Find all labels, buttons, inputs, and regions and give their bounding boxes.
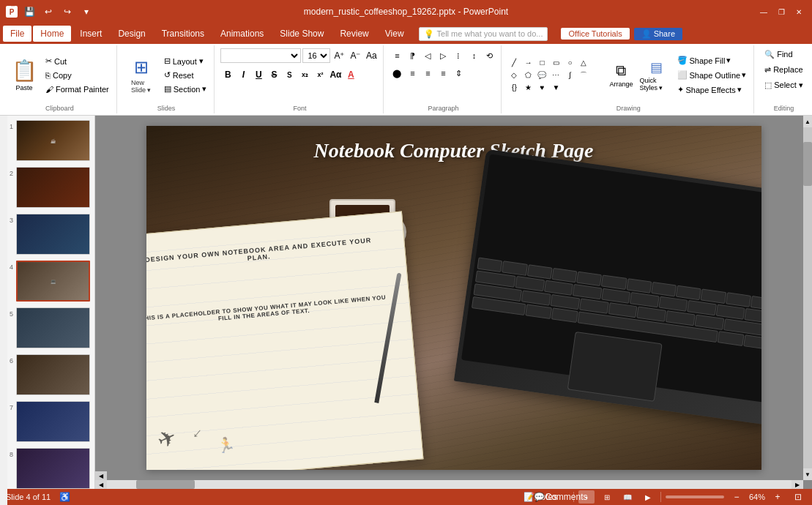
numbered-list-button[interactable]: ⁋ xyxy=(405,48,420,63)
fit-slide-button[interactable]: ⊡ xyxy=(790,490,806,504)
v-scroll-down-arrow[interactable]: ▼ xyxy=(803,468,812,480)
shape-oval[interactable]: ○ xyxy=(563,57,576,69)
subscript-button[interactable]: x₂ xyxy=(297,67,312,82)
v-scroll-up-arrow[interactable]: ▲ xyxy=(803,116,812,127)
decrease-indent-button[interactable]: ◁ xyxy=(420,48,435,63)
shape-rect[interactable]: □ xyxy=(535,57,548,69)
customize-qat-button[interactable]: ▾ xyxy=(79,4,94,19)
accessibility-button[interactable]: ♿ xyxy=(56,490,72,504)
share-button[interactable]: 👤 Share xyxy=(634,28,682,40)
decrease-font-button[interactable]: A⁻ xyxy=(348,48,362,63)
align-right-button[interactable]: ≡ xyxy=(420,66,435,81)
slide-thumb-1[interactable]: 1 ☕ ★ xyxy=(3,119,92,162)
restore-button[interactable]: ❐ xyxy=(774,4,789,19)
menu-item-insert[interactable]: Insert xyxy=(72,26,109,42)
shape-fill-button[interactable]: 🪣 Shape Fill ▾ xyxy=(674,54,749,67)
shape-star[interactable]: ★ xyxy=(521,82,534,94)
find-button[interactable]: 🔍 Find xyxy=(760,47,808,61)
justify-button[interactable]: ≡ xyxy=(436,66,450,81)
italic-button[interactable]: I xyxy=(236,67,250,82)
slideshow-button[interactable]: ▶ xyxy=(640,490,656,504)
shape-line[interactable]: ╱ xyxy=(507,57,521,69)
slide-thumb-4[interactable]: 4 💻 xyxy=(3,259,92,303)
layout-button[interactable]: ⊟ Layout ▾ xyxy=(161,55,210,68)
menu-item-design[interactable]: Design xyxy=(111,26,152,42)
shape-callout[interactable]: 💬 xyxy=(535,70,548,81)
slide-thumb-5[interactable]: 5 xyxy=(3,306,92,350)
section-button[interactable]: ▤ Section ▾ xyxy=(161,83,210,96)
font-color-button[interactable]: A xyxy=(343,67,358,82)
shape-outline-button[interactable]: ⬜ Shape Outline ▾ xyxy=(674,69,749,82)
tell-me-bar[interactable]: 💡 Tell me what you want to do... xyxy=(419,27,548,41)
font-name-select[interactable] xyxy=(220,48,301,63)
menu-item-file[interactable]: File xyxy=(3,26,31,42)
menu-item-slideshow[interactable]: Slide Show xyxy=(272,26,331,42)
normal-view-button[interactable]: ▪ xyxy=(578,490,595,504)
bullet-list-button[interactable]: ≡ xyxy=(390,48,404,63)
shape-pentagon[interactable]: ⬠ xyxy=(521,70,534,81)
menu-item-review[interactable]: Review xyxy=(332,26,376,42)
slide-thumb-6[interactable]: 6 xyxy=(3,353,92,397)
zoom-in-button[interactable]: + xyxy=(770,490,786,504)
menu-item-animations[interactable]: Animations xyxy=(213,26,271,42)
shape-effects-button[interactable]: ✦ Shape Effects ▾ xyxy=(674,83,749,97)
line-spacing-button[interactable]: ⇕ xyxy=(451,66,466,81)
shape-heart[interactable]: ♥ xyxy=(535,82,548,94)
slide-thumb-3[interactable]: 3 xyxy=(3,212,92,256)
change-case-button[interactable]: Aα xyxy=(328,67,343,82)
shapes-expand[interactable]: ▼ xyxy=(549,82,562,94)
slide-thumb-8[interactable]: 8 xyxy=(3,446,92,489)
smartart-button[interactable]: ⟲ xyxy=(482,48,496,63)
reading-view-button[interactable]: 📖 xyxy=(619,490,636,504)
cut-button[interactable]: ✂ Cut xyxy=(42,55,112,68)
font-size-select[interactable]: 16 xyxy=(302,48,330,63)
shape-arrow[interactable]: → xyxy=(521,57,534,69)
slide-sorter-button[interactable]: ⊞ xyxy=(599,490,615,504)
shape-rounded-rect[interactable]: ▭ xyxy=(549,57,562,69)
close-button[interactable]: ✕ xyxy=(791,4,806,19)
shape-bracket[interactable]: {} xyxy=(507,82,521,94)
office-tutorials-button[interactable]: Office Tutorials xyxy=(561,28,629,40)
underline-button[interactable]: U xyxy=(251,67,266,82)
bold-button[interactable]: B xyxy=(220,67,235,82)
h-scroll-thumb[interactable] xyxy=(136,480,195,489)
shape-curve[interactable]: ∫ xyxy=(563,70,576,81)
text-shadow-button[interactable]: S xyxy=(282,67,297,82)
text-direction-button[interactable]: ↕ xyxy=(466,48,481,63)
arrange-button[interactable]: ⧉ Arrange xyxy=(604,54,638,97)
quick-styles-button[interactable]: ▤ Quick Styles ▾ xyxy=(639,54,673,97)
save-qat-button[interactable]: 💾 xyxy=(22,4,37,19)
clear-formatting-button[interactable]: Aa xyxy=(364,48,379,63)
superscript-button[interactable]: x² xyxy=(313,67,327,82)
align-center-button[interactable]: ≡ xyxy=(405,66,420,81)
paste-button[interactable]: 📋 Paste xyxy=(7,54,41,97)
h-scroll-right[interactable]: ▶ xyxy=(791,480,803,489)
format-painter-button[interactable]: 🖌 Format Painter xyxy=(42,83,112,96)
shape-triangle[interactable]: △ xyxy=(577,57,590,69)
increase-indent-button[interactable]: ▷ xyxy=(436,48,450,63)
undo-qat-button[interactable]: ↩ xyxy=(41,4,56,19)
zoom-slider[interactable] xyxy=(666,495,724,498)
copy-button[interactable]: ⎘ Copy xyxy=(42,69,112,82)
increase-font-button[interactable]: A⁺ xyxy=(332,48,346,63)
shape-diamond[interactable]: ◇ xyxy=(507,70,521,81)
new-slide-button[interactable]: ⊞ NewSlide ▾ xyxy=(123,54,160,97)
menu-item-transitions[interactable]: Transitions xyxy=(154,26,212,42)
select-button[interactable]: ⬚ Select ▾ xyxy=(760,78,808,92)
menu-item-home[interactable]: Home xyxy=(33,26,71,42)
slide-thumb-7[interactable]: 7 xyxy=(3,400,92,444)
comments-button[interactable]: 💬 Comments xyxy=(553,490,569,504)
replace-button[interactable]: ⇌ Replace xyxy=(760,62,808,77)
h-scroll-left-arrow[interactable]: ◀ xyxy=(95,471,107,480)
shape-arc[interactable]: ⌒ xyxy=(577,70,590,81)
zoom-out-button[interactable]: − xyxy=(729,490,745,504)
strikethrough-button[interactable]: S xyxy=(267,67,281,82)
reset-button[interactable]: ↺ Reset xyxy=(161,69,210,82)
menu-item-view[interactable]: View xyxy=(378,26,411,42)
redo-qat-button[interactable]: ↪ xyxy=(60,4,75,19)
columns-button[interactable]: ⫶ xyxy=(451,48,466,63)
shapes-more[interactable]: ⋯ xyxy=(549,70,562,81)
slide-thumb-2[interactable]: 2 xyxy=(3,165,92,209)
align-left-button[interactable]: ⬤ xyxy=(390,66,404,81)
h-scroll-left[interactable]: ◀ xyxy=(95,480,107,489)
